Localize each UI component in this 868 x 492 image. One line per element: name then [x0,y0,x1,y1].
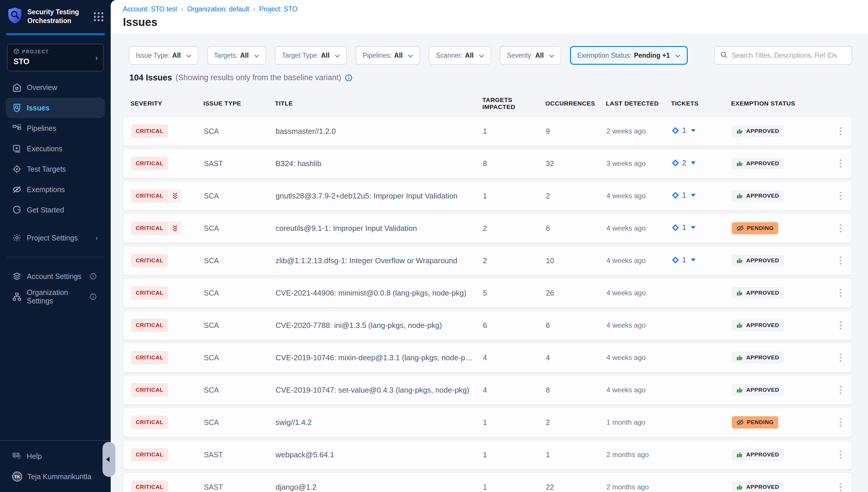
sidebar-item-project-settings[interactable]: Project Settings › [6,228,105,248]
filter-target-type[interactable]: Target Type:All [275,46,347,65]
module-grid-icon[interactable] [94,12,104,21]
chevron-down-icon [691,162,695,164]
exemption-status-cell: PENDING [732,222,833,234]
svg-text:?: ? [15,452,17,457]
filter-issue-type[interactable]: Issue Type:All [129,46,199,65]
exemption-status-label: APPROVED [746,128,779,134]
info-icon[interactable] [88,293,98,300]
sidebar-item-organization-settings[interactable]: Organization Settings [6,287,105,307]
breadcrumb-organization-link[interactable]: Organization: default [187,5,249,13]
chevron-down-icon [691,194,695,197]
table-row[interactable]: CRITICALSCAgnutls28@3.7.9-2+deb12u5: Imp… [123,181,852,211]
row-menu-kebab[interactable] [835,285,846,300]
sidebar-nav: OverviewIssuesPipelinesExecutionsTest Ta… [0,77,111,220]
thumbs-up-icon [736,290,743,296]
table-row[interactable]: CRITICALSCACVE-2019-10747: set-value@0.4… [123,375,852,405]
search-box[interactable] [714,46,852,65]
sidebar-item-issues[interactable]: Issues [6,98,105,118]
row-menu-cell [833,383,852,398]
sidebar-item-account-settings[interactable]: Account Settings [6,266,105,287]
table-row[interactable]: CRITICALSCACVE-2019-10746: mixin-deep@1.… [123,343,852,372]
table-row[interactable]: CRITICALSCAzlib@1:1.2.13.dfsg-1: Integer… [123,246,852,275]
column-header-last-detected: LAST DETECTED [606,100,671,107]
row-menu-kebab[interactable] [835,383,846,398]
issue-title: CVE-2021-44906: minimist@0.0.8 (lang-pkg… [275,289,483,298]
filter-scanner[interactable]: Scanner:All [429,46,491,65]
sidebar-item-pipelines[interactable]: Pipelines [6,118,105,139]
last-detected-cell: 4 weeks ago [606,256,672,265]
row-menu-kebab[interactable] [835,415,846,430]
ticket-link[interactable]: 1 [672,126,695,135]
severity-cell: CRITICAL [131,351,204,364]
chevron-down-icon [675,52,680,59]
row-menu-kebab[interactable] [835,253,846,268]
row-menu-kebab[interactable] [835,156,846,171]
issues-count: 104 Issues [129,73,172,82]
last-detected-cell: 4 weeks ago [606,321,672,329]
ticket-link[interactable]: 2 [672,158,695,167]
issue-type-cell: SAST [204,159,275,168]
info-icon[interactable] [88,273,98,280]
occurrences-cell: 32 [546,159,606,168]
issue-type-cell: SCA [204,418,275,427]
exemption-status-cell: APPROVED [732,481,833,492]
divider [0,440,111,441]
issues-summary: 104 Issues (Showing results only from th… [129,73,852,82]
divider [7,257,104,257]
ticket-link[interactable]: 1 [672,223,695,232]
issue-type-cell: SCA [204,321,275,330]
table-row[interactable]: CRITICALSCAswig//1.4.2121 month agoPENDI… [123,408,852,437]
severity-cell: CRITICAL [131,222,204,235]
sidebar-item-exemptions[interactable]: Exemptions [6,179,105,200]
filter-pipelines[interactable]: Pipelines:All [356,46,420,65]
table-row[interactable]: CRITICALSASTdjango@1.21222 months agoAPP… [123,472,852,492]
table-row[interactable]: CRITICALSCAbassmaster//1.2.0192 weeks ag… [123,116,852,146]
filter-targets[interactable]: Targets:All [207,46,266,65]
sidebar-item-help[interactable]: ? Help [6,446,105,466]
exemption-status-badge: APPROVED [732,352,784,364]
row-menu-kebab[interactable] [835,318,846,333]
filter-exemption-status[interactable]: Exemption Status:Pending +1 [570,46,688,65]
search-input[interactable] [732,52,846,59]
severity-cell: CRITICAL [131,416,204,429]
table-row[interactable]: CRITICALSCACVE-2020-7788: ini@1.3.5 (lan… [123,311,852,340]
user-profile[interactable]: TK Teja Kummarikuntla [6,466,105,487]
ticket-link[interactable]: 1 [672,191,695,199]
row-menu-kebab[interactable] [835,479,846,492]
targets-impacted-cell: 1 [483,418,546,427]
sidebar-item-label: Pipelines [27,124,56,132]
issue-title: CVE-2019-10746: mixin-deep@1.3.1 (lang-p… [275,353,483,362]
row-menu-kebab[interactable] [835,447,846,462]
chevron-down-icon [335,52,340,59]
severity-cell: CRITICAL [131,448,204,461]
thumbs-up-icon [736,128,743,135]
sidebar-item-executions[interactable]: Executions [6,139,105,159]
ticket-link[interactable]: 1 [672,255,695,264]
table-row[interactable]: CRITICALSCAcoreutils@9.1-1: Improper Inp… [123,213,852,243]
row-menu-kebab[interactable] [835,124,846,139]
breadcrumb-account-link[interactable]: Account: STO test [123,5,177,13]
table-row[interactable]: CRITICALSASTwebpack@5.64.1112 months ago… [123,440,852,470]
sidebar-collapse-handle[interactable] [103,442,115,477]
sidebar-item-test-targets[interactable]: Test Targets [6,159,105,179]
row-menu-kebab[interactable] [835,221,846,236]
thumbs-up-icon [736,160,743,167]
table-row[interactable]: CRITICALSASTB324: hashlib8323 weeks ago2… [123,149,852,178]
severity-cell: CRITICAL [131,480,204,492]
issue-title: zlib@1:1.2.13.dfsg-1: Integer Overflow o… [275,256,483,265]
breadcrumb-project-link[interactable]: Project: STO [259,5,297,13]
row-menu-kebab[interactable] [835,188,846,203]
executions-icon [12,144,22,153]
sidebar-item-overview[interactable]: Overview [6,77,105,98]
exemption-status-cell: APPROVED [732,158,833,169]
issue-title: gnutls28@3.7.9-2+deb12u5: Improper Input… [275,192,483,200]
info-icon[interactable] [345,74,352,82]
filter-severity[interactable]: Severity:All [500,46,561,65]
thumbs-up-icon [736,451,743,458]
table-row[interactable]: CRITICALSCACVE-2021-44906: minimist@0.0.… [123,278,852,308]
last-detected-cell: 4 weeks ago [606,386,672,394]
sidebar-item-label: Executions [27,145,62,153]
row-menu-kebab[interactable] [835,350,846,365]
project-selector[interactable]: PROJECT STO › [7,44,104,71]
sidebar-item-get-started[interactable]: Get Started [6,200,105,220]
